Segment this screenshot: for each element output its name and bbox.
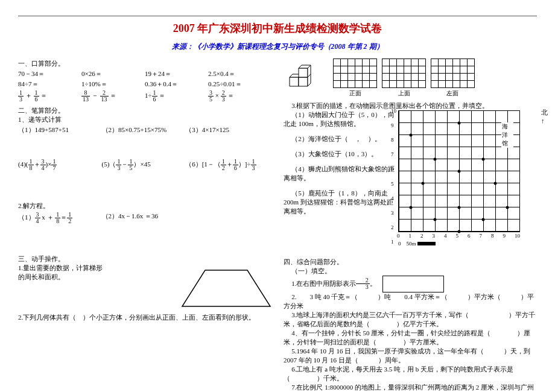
map-chart: 北↑ 12345678910 海洋馆 012345678910 0 50m: [398, 110, 537, 248]
s4-7: 7.在比例尺 1:8000000 的地图上，量得深圳和广州两地的距离为 2 厘米…: [284, 383, 537, 393]
subhead: 1、递等式计算: [18, 115, 271, 124]
s4-2: 2. 3 吨 40 千克＝（ ）吨 0.4 平方米＝（ ）平方米（ ）平方分米: [284, 292, 537, 311]
s4-6: 6.工地上有 a 吨水泥，每天用去 3.5 吨，用 b 天后，剩下的吨数用式子表…: [284, 365, 537, 383]
calc-item: 0×26＝: [81, 69, 145, 78]
s4-5: 5.1964 年 10 月 16 日，我国第一原子弹实验成功，这一年全年有（ ）…: [284, 347, 537, 365]
s4-4: 4、有一个挂钟，分针长 50 厘米，分针走一圈，针尖经过的路程是（ ）厘米，分针…: [284, 329, 537, 347]
section-1-head: 一、口算部分。: [18, 59, 271, 68]
q3-1: 1.量出需要的数据，计算梯形的周长和面积。: [18, 264, 109, 282]
calc-item: 0.25÷0.01＝: [208, 80, 271, 89]
q3-2: 2.下列几何体共有（ ）个小正方体，分别画出从正面、上面、左面看到的形状。: [18, 313, 271, 322]
right-column: 正面 上面 左面 3.根据下面的描述，在动物园示意图里标出各个馆的位置，并填空。…: [284, 59, 537, 393]
page-title: 2007 年广东深圳初中新生成绩检测数学试卷: [18, 21, 537, 36]
section-4-head: 四、综合问题部分。: [284, 258, 537, 267]
section-3-head: 三、动手操作。: [18, 254, 271, 264]
svg-marker-0: [182, 270, 270, 306]
calc-item: （1）34 x ＋ 18＝12: [18, 212, 102, 224]
view-grid-left: 左面: [431, 59, 474, 98]
left-column: 一、口算部分。 70－34＝ 0×26＝ 19＋24＝ 2.5×0.4＝ 84÷…: [18, 59, 271, 393]
cubes-figure: [284, 59, 326, 96]
calc-item: 19＋24＝: [145, 69, 208, 78]
source-line: 来源：《小学数学》新课程理念复习与评价专号（2008 年第 2 期）: [18, 42, 537, 52]
north-icon: 北↑: [541, 108, 548, 124]
calc-item: (5)（13－15）×45: [102, 159, 186, 171]
calc-item: （2）4x－1.6x ＝36: [102, 212, 186, 224]
svg-marker-1: [290, 77, 299, 86]
calc-item: 813 － 213 ＝: [81, 90, 145, 103]
svg-marker-4: [299, 77, 308, 86]
calc-item: 0.36＋0.4＝: [145, 80, 208, 89]
svg-marker-7: [299, 68, 308, 77]
section-2-head: 二、笔算部分。: [18, 106, 271, 115]
s4-1: 1.在右图中用阴影表示23。: [284, 276, 537, 292]
calc-item: 1÷10%＝: [81, 80, 145, 89]
calc-item: 70－34＝: [18, 69, 81, 78]
view-grid-front: 正面: [334, 59, 377, 98]
calc-item: 1÷16 ＝: [145, 90, 208, 103]
calc-item: 13 ＋ 16 ＝: [18, 90, 81, 103]
shade-box: [382, 276, 444, 292]
calc-item: 84÷7＝: [18, 80, 81, 89]
trapezoid-figure: [181, 267, 271, 309]
subhead: 2.解方程。: [18, 201, 271, 210]
section-4-sub: （一）填空。: [284, 267, 537, 276]
calc-item: （6）[1－（12＋16）]÷13: [185, 159, 269, 171]
calc-item: （3）4×17×125: [185, 125, 269, 134]
s4-3: 3.地球上海洋的面积大约是三亿六千一百万平方千米，写作（ ）平方千米，省略亿后面…: [284, 311, 537, 329]
view-grid-top: 上面: [382, 59, 426, 98]
calc-item: （2）85×0.75+15×75%: [102, 125, 186, 134]
q3-head: 3.根据下面的描述，在动物园示意图里标出各个馆的位置，并填空。: [284, 101, 537, 110]
calc-item: 2.5×0.4＝: [208, 69, 271, 78]
calc-item: 35 × 23 ＝: [208, 90, 271, 103]
calc-item: （1）149+587+51: [18, 125, 102, 134]
calc-item: (4)(18＋34)×17: [18, 159, 102, 171]
